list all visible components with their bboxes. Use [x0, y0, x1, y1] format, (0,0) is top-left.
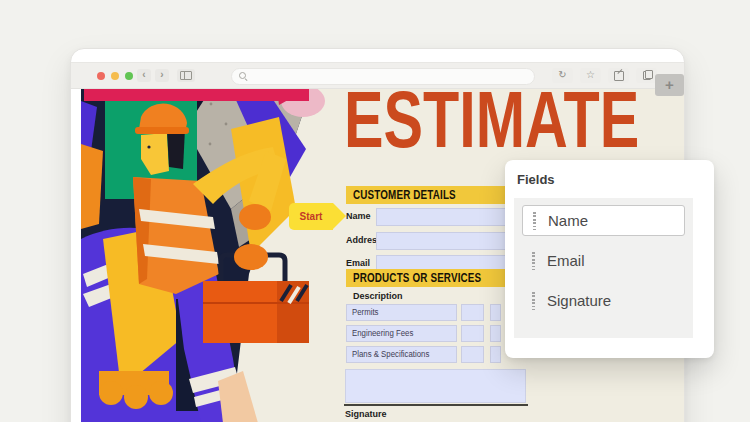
field-item-email[interactable]: Email — [522, 245, 685, 276]
signature-label: Signature — [345, 409, 387, 419]
drag-handle-icon[interactable] — [533, 212, 536, 230]
drag-handle-icon[interactable] — [532, 252, 535, 270]
field-item-label: Name — [548, 212, 588, 229]
start-tag-label: Start — [289, 203, 333, 230]
address-bar[interactable] — [231, 68, 535, 85]
refresh-button[interactable]: ↻ — [552, 68, 573, 83]
signature-line — [344, 404, 528, 406]
zoom-button[interactable] — [125, 72, 133, 80]
bookmark-button[interactable]: ☆ — [580, 68, 601, 83]
share-icon — [614, 71, 624, 81]
email-label: Email — [346, 258, 370, 268]
share-button[interactable] — [608, 68, 629, 83]
worker-illustration — [81, 89, 337, 422]
product-row-price[interactable] — [490, 346, 501, 363]
product-row-description[interactable]: Plans & Specifications — [346, 346, 457, 363]
product-row-qty[interactable] — [461, 304, 484, 321]
copy-icon — [643, 71, 651, 80]
fields-list: Name Email Signature — [514, 198, 693, 338]
field-item-label: Signature — [547, 292, 611, 309]
product-row-description[interactable]: Engineering Fees — [346, 325, 457, 342]
start-tag-arrow-icon — [333, 203, 346, 229]
field-item-label: Email — [547, 252, 585, 269]
tabs-button[interactable] — [636, 68, 657, 83]
sidebar-icon — [180, 71, 192, 80]
product-row-price[interactable] — [490, 304, 501, 321]
traffic-lights — [97, 72, 133, 80]
back-button[interactable]: ‹ — [137, 69, 151, 82]
name-label: Name — [346, 211, 371, 221]
fields-panel-title: Fields — [517, 172, 555, 187]
start-tag[interactable]: Start — [289, 203, 346, 230]
sidebar-button[interactable] — [177, 69, 195, 82]
minimize-button[interactable] — [111, 72, 119, 80]
product-row-price[interactable] — [490, 325, 501, 342]
product-row-description[interactable]: Permits — [346, 304, 457, 321]
field-item-name[interactable]: Name — [522, 205, 685, 236]
toolbox — [203, 244, 309, 343]
search-icon — [239, 72, 248, 81]
product-row-qty[interactable] — [461, 346, 484, 363]
fields-panel: Fields Name Email Signature — [505, 160, 714, 358]
field-item-signature[interactable]: Signature — [522, 285, 685, 316]
document-title: ESTIMATE — [344, 89, 639, 154]
drag-handle-icon[interactable] — [532, 292, 535, 310]
product-row-qty[interactable] — [461, 325, 484, 342]
signature-field[interactable] — [345, 369, 526, 403]
description-label: Description — [353, 291, 403, 301]
new-tab-button[interactable]: + — [655, 74, 684, 96]
close-button[interactable] — [97, 72, 105, 80]
forward-button[interactable]: › — [155, 69, 169, 82]
browser-toolbar: ‹ › ↻ ☆ — [71, 62, 684, 89]
